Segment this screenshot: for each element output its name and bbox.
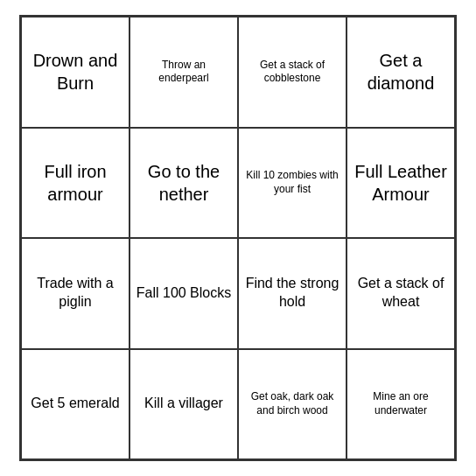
bingo-cell-5: Go to the nether	[130, 128, 238, 239]
bingo-cell-11: Get a stack of wheat	[346, 238, 455, 349]
bingo-cell-1: Throw an enderpearl	[130, 17, 238, 128]
bingo-cell-6: Kill 10 zombies with your fist	[238, 128, 346, 239]
bingo-cell-2: Get a stack of cobblestone	[238, 17, 346, 128]
bingo-cell-3: Get a diamond	[346, 17, 455, 128]
bingo-cell-4: Full iron armour	[21, 128, 130, 239]
bingo-cell-10: Find the strong hold	[238, 238, 346, 349]
bingo-cell-12: Get 5 emerald	[21, 349, 130, 460]
bingo-cell-13: Kill a villager	[130, 349, 238, 460]
bingo-cell-9: Fall 100 Blocks	[130, 238, 238, 349]
bingo-cell-7: Full Leather Armour	[346, 128, 455, 239]
bingo-board: Drown and BurnThrow an enderpearlGet a s…	[19, 15, 457, 461]
bingo-cell-0: Drown and Burn	[21, 17, 130, 128]
bingo-cell-14: Get oak, dark oak and birch wood	[238, 349, 346, 460]
bingo-cell-15: Mine an ore underwater	[346, 349, 455, 460]
bingo-cell-8: Trade with a piglin	[21, 238, 130, 349]
